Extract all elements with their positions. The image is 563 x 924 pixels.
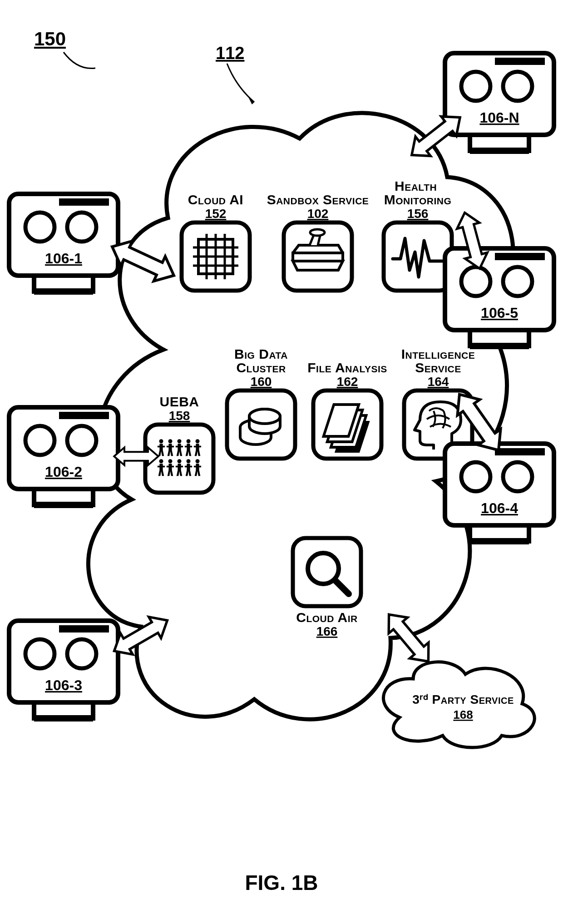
service-label: File Analysis	[307, 360, 387, 375]
svg-text:106-2: 106-2	[45, 464, 82, 480]
svg-text:106-5: 106-5	[481, 305, 518, 321]
service-label: Cloud AI	[188, 192, 243, 207]
service-label: UEBA	[159, 394, 199, 409]
service-health: Health Monitoring 156	[384, 178, 452, 291]
service-ref: 160	[251, 375, 272, 389]
chip-icon	[193, 234, 238, 279]
svg-text:Big DataCluster: Big DataCluster	[234, 346, 288, 375]
svg-text:106-4: 106-4	[481, 500, 518, 516]
service-label-l1: Health	[395, 178, 437, 193]
service-ref: 162	[337, 375, 358, 389]
third-party-cloud: 3ʳᵈ Party Service 168	[383, 662, 534, 747]
node-106-5: 106-5	[445, 248, 554, 346]
node-106-N: 106-N	[445, 53, 554, 151]
service-fileanalysis: File Analysis 162	[307, 360, 387, 459]
service-label: Cloud Air	[296, 610, 358, 625]
svg-marker-39	[247, 95, 254, 104]
service-ref: 158	[169, 409, 190, 423]
service-ref: 166	[316, 624, 338, 638]
svg-text:106-3: 106-3	[45, 677, 82, 693]
service-cloudair: Cloud Air 166	[293, 538, 361, 638]
service-ref: 102	[307, 207, 329, 221]
svg-text:106-N: 106-N	[479, 109, 519, 126]
service-cloud-ai: Cloud AI 152	[182, 192, 250, 291]
node-106-2: 106-2	[9, 407, 118, 505]
service-ref: 152	[205, 207, 227, 221]
node-106-1: 106-1	[9, 194, 118, 292]
third-party-ref: 168	[453, 708, 473, 721]
node-106-4: 106-4	[445, 444, 554, 541]
diagram-ref: 150	[34, 28, 66, 49]
third-party-label: 3ʳᵈ Party Service	[412, 692, 514, 707]
service-bigdata: Big DataCluster 160	[227, 346, 295, 459]
cloud-ref: 112	[216, 44, 244, 63]
node-106-3: 106-3	[9, 621, 118, 718]
service-sandbox: Sandbox Service 102	[267, 192, 369, 291]
service-label-l2: Monitoring	[384, 192, 452, 207]
service-ref: 156	[407, 207, 429, 221]
svg-text:106-1: 106-1	[45, 250, 82, 267]
figure-label: FIG. 1B	[245, 871, 318, 894]
service-label: Sandbox Service	[267, 192, 369, 207]
service-ref: 164	[428, 375, 449, 389]
